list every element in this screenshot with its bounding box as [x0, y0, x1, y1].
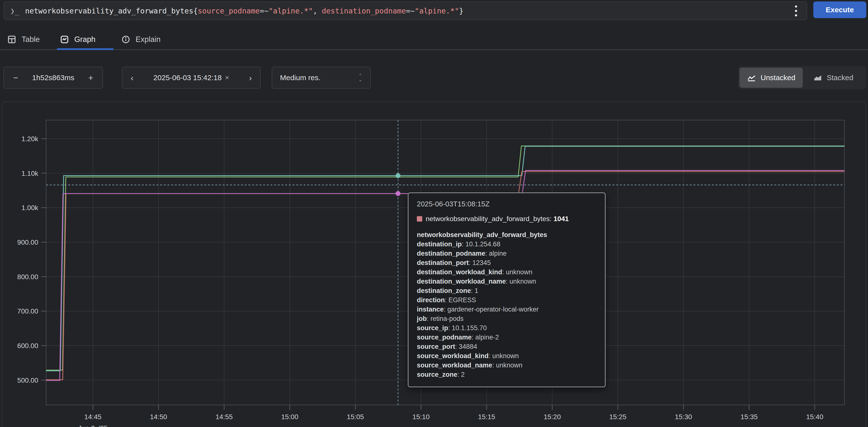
- tooltip-label-row: destination_port: 12345: [417, 258, 596, 267]
- tooltip-label-row: destination_zone: 1: [417, 286, 596, 295]
- resolution-value: Medium res.: [280, 73, 320, 82]
- tooltip-label-row: destination_workload_kind: unknown: [417, 267, 596, 277]
- table-icon: [7, 35, 16, 44]
- tooltip-series-row: networkobservability_adv_forward_bytes: …: [417, 215, 596, 223]
- tabs-divider: [0, 49, 868, 50]
- decrease-range-button[interactable]: −: [11, 73, 21, 82]
- tooltip-label-row: destination_workload_name: unknown: [417, 277, 596, 286]
- range-duration-control: − 1h52s863ms +: [3, 67, 103, 89]
- prev-time-chevron[interactable]: ‹: [128, 73, 136, 82]
- unstacked-line-icon: [747, 73, 756, 83]
- tooltip-label-row: destination_podname: alpine: [417, 249, 596, 258]
- tooltip-label-row: destination_ip: 10.1.254.68: [417, 239, 596, 249]
- range-duration-value[interactable]: 1h52s863ms: [32, 73, 74, 82]
- tab-graph[interactable]: Graph: [60, 31, 95, 48]
- tooltip-label-row: source_workload_kind: unknown: [417, 351, 596, 361]
- unstacked-option[interactable]: Unstacked: [740, 68, 803, 88]
- query-input[interactable]: ❯_ networkobservability_adv_forward_byte…: [3, 1, 807, 20]
- tooltip-label-row: source_ip: 10.1.155.70: [417, 323, 596, 333]
- terminal-prompt-icon: ❯_: [10, 7, 19, 15]
- resolution-select[interactable]: Medium res. ⌃⌄: [272, 67, 371, 89]
- hover-tooltip: 2025-06-03T15:08:15Z networkobservabilit…: [408, 192, 606, 387]
- increase-range-button[interactable]: +: [86, 73, 96, 82]
- stacked-area-icon: [813, 73, 823, 83]
- next-time-chevron[interactable]: ›: [247, 73, 254, 82]
- tooltip-timestamp: 2025-06-03T15:08:15Z: [417, 200, 596, 208]
- tab-table[interactable]: Table: [7, 31, 40, 48]
- stacked-option[interactable]: Stacked: [806, 68, 861, 88]
- tooltip-label-row: job: retina-pods: [417, 314, 596, 323]
- tooltip-label-row: instance: gardener-operator-local-worker: [417, 305, 596, 314]
- tooltip-metric-name: networkobservability_adv_forward_bytes: [417, 230, 596, 239]
- tooltip-label-row: source_podname: alpine-2: [417, 333, 596, 342]
- query-options-kebab-icon[interactable]: [788, 3, 803, 18]
- tooltip-label-row: source_port: 34884: [417, 342, 596, 351]
- series-color-swatch: [417, 216, 422, 222]
- tooltip-label-row: source_zone: 2: [417, 370, 596, 379]
- tooltip-series-value: 1041: [553, 215, 568, 223]
- tooltip-label-row: source_workload_name: unknown: [417, 361, 596, 370]
- end-time-control: ‹ 2025-06-03 15:42:18 × ›: [122, 67, 261, 89]
- tooltip-label-list: destination_ip: 10.1.254.68destination_p…: [417, 239, 596, 379]
- tab-explain[interactable]: Explain: [121, 31, 161, 48]
- select-chevrons-icon: ⌃⌄: [358, 74, 363, 81]
- active-tab-indicator: [57, 48, 114, 50]
- tooltip-label-row: direction: EGRESS: [417, 295, 596, 305]
- end-time-value[interactable]: 2025-06-03 15:42:18: [154, 73, 222, 82]
- info-icon: [121, 35, 130, 44]
- promql-expression[interactable]: networkobservability_adv_forward_bytes{s…: [25, 7, 788, 15]
- stacking-toggle: Unstacked Stacked: [738, 66, 866, 89]
- prometheus-graph-page: ❯_ networkobservability_adv_forward_byte…: [0, 0, 868, 427]
- graph-icon: [60, 35, 69, 44]
- execute-button[interactable]: Execute: [813, 1, 866, 18]
- clear-time-icon[interactable]: ×: [225, 74, 229, 81]
- result-tabs: Table Graph Explain: [0, 29, 868, 50]
